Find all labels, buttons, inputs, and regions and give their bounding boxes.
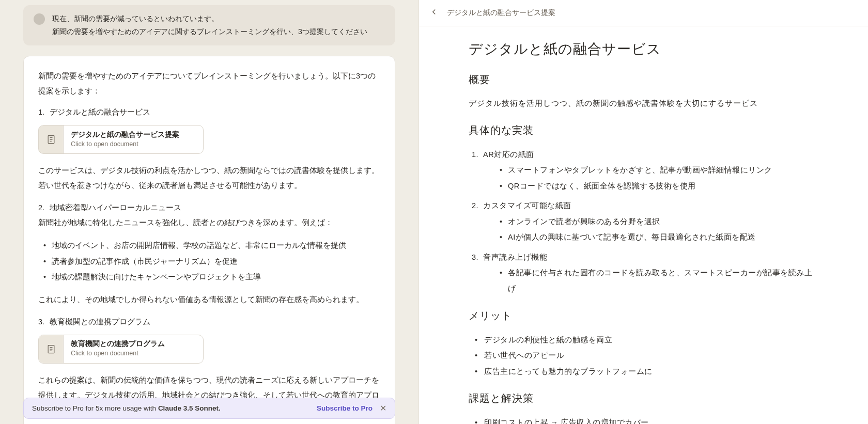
merit-item: 広告主にとっても魅力的なプラットフォームに bbox=[469, 364, 818, 379]
avatar bbox=[34, 13, 45, 25]
impl-title: カスタマイズ可能な紙面 bbox=[483, 201, 571, 210]
merit-item: デジタルの利便性と紙の触感を両立 bbox=[469, 332, 818, 348]
back-button[interactable] bbox=[429, 7, 439, 19]
user-message: 現在、新聞の需要が減っているといわれています。 新聞の需要を増やすためのアイデア… bbox=[23, 5, 395, 45]
bullet: 読者参加型の記事作成（市民ジャーナリズム）を促進 bbox=[38, 254, 380, 269]
proposal-1-title: デジタルと紙の融合サービス bbox=[38, 105, 380, 120]
document-icon bbox=[39, 335, 64, 363]
doc-merit-heading: メリット bbox=[469, 309, 818, 323]
document-header: デジタルと紙の融合サービス提案 bbox=[419, 0, 868, 26]
user-line-2: 新聞の需要を増やすためのアイデアに関するブレインストーミングを行い、3つ提案して… bbox=[52, 27, 367, 36]
artifact-meta: デジタルと紙の融合サービス提案 Click to open document bbox=[64, 126, 187, 153]
assistant-message: 新聞の需要を増やすためのアイデアについてブレインストーミングを行いましょう。以下… bbox=[23, 56, 395, 424]
assistant-intro: 新聞の需要を増やすためのアイデアについてブレインストーミングを行いましょう。以下… bbox=[38, 69, 380, 99]
impl-sublist: 各記事に付与された固有のコードを読み取ると、スマートスピーカーが記事を読み上げ bbox=[483, 265, 818, 296]
doc-impl-heading: 具体的な実装 bbox=[469, 123, 818, 137]
artifact-title: デジタルと紙の融合サービス提案 bbox=[71, 130, 179, 140]
close-icon[interactable]: ✕ bbox=[380, 403, 386, 413]
proposal-3-title: 教育機関との連携プログラム bbox=[38, 315, 380, 329]
impl-sublist: オンラインで読者が興味のある分野を選択 AIが個人の興味に基づいて記事を選び、毎… bbox=[483, 214, 818, 245]
proposal-2-title: 地域密着型ハイパーローカルニュース bbox=[38, 200, 380, 215]
impl-sublist: スマートフォンやタブレットをかざすと、記事が動画や詳細情報にリンク QRコードで… bbox=[483, 162, 818, 194]
artifact-card-2[interactable]: 教育機関との連携プログラム Click to open document bbox=[38, 335, 204, 364]
proposal-2-intro: 新聞社が地域に特化したニュースを強化し、読者との結びつきを深めます。例えば： bbox=[38, 215, 380, 230]
banner-actions: Subscribe to Pro ✕ bbox=[317, 403, 386, 413]
doc-overview-heading: 概要 bbox=[469, 73, 818, 87]
impl-sub: オンラインで読者が興味のある分野を選択 bbox=[483, 214, 818, 229]
banner-lead-text: Subscribe to Pro for 5x more usage with bbox=[32, 404, 158, 412]
doc-issues-heading: 課題と解決策 bbox=[469, 391, 818, 405]
banner-lead-bold: Claude 3.5 Sonnet. bbox=[158, 404, 221, 412]
impl-sub: スマートフォンやタブレットをかざすと、記事が動画や詳細情報にリンク bbox=[483, 162, 818, 178]
banner-lead: Subscribe to Pro for 5x more usage with … bbox=[32, 404, 221, 412]
document-icon bbox=[39, 125, 64, 153]
document-title: デジタルと紙の融合サービス提案 bbox=[447, 8, 555, 18]
impl-sub: QRコードではなく、紙面全体を認識する技術を使用 bbox=[483, 178, 818, 194]
artifact-title: 教育機関との連携プログラム bbox=[71, 339, 165, 349]
impl-item: カスタマイズ可能な紙面 オンラインで読者が興味のある分野を選択 AIが個人の興味… bbox=[469, 198, 818, 245]
artifact-subtitle: Click to open document bbox=[71, 349, 165, 358]
doc-issues-list: 印刷コストの上昇 → 広告収入の増加でカバー プライバシー懸念 → 厳格なデータ… bbox=[469, 415, 818, 424]
pro-banner: Subscribe to Pro for 5x more usage with … bbox=[23, 398, 395, 419]
artifact-subtitle: Click to open document bbox=[71, 140, 179, 149]
issue-item: 印刷コストの上昇 → 広告収入の増加でカバー bbox=[469, 415, 818, 424]
impl-title: AR対応の紙面 bbox=[483, 150, 534, 159]
user-message-text: 現在、新聞の需要が減っているといわれています。 新聞の需要を増やすためのアイデア… bbox=[52, 12, 367, 38]
proposal-2: 地域密着型ハイパーローカルニュース 新聞社が地域に特化したニュースを強化し、読者… bbox=[38, 200, 380, 307]
impl-sub: 各記事に付与された固有のコードを読み取ると、スマートスピーカーが記事を読み上げ bbox=[483, 265, 818, 296]
document-panel: デジタルと紙の融合サービス提案 デジタルと紙の融合サービス 概要 デジタル技術を… bbox=[419, 0, 868, 424]
bullet: 地域のイベント、お店の開閉店情報、学校の話題など、非常にローカルな情報を提供 bbox=[38, 238, 380, 253]
user-line-1: 現在、新聞の需要が減っているといわれています。 bbox=[52, 14, 219, 23]
bullet: 地域の課題解決に向けたキャンペーンやプロジェクトを主導 bbox=[38, 269, 380, 285]
impl-item: AR対応の紙面 スマートフォンやタブレットをかざすと、記事が動画や詳細情報にリン… bbox=[469, 147, 818, 194]
proposals-list: デジタルと紙の融合サービス デジタルと紙の融合サービス提案 Click to o… bbox=[38, 105, 380, 363]
doc-impl-list: AR対応の紙面 スマートフォンやタブレットをかざすと、記事が動画や詳細情報にリン… bbox=[469, 147, 818, 296]
doc-merit-list: デジタルの利便性と紙の触感を両立 若い世代へのアピール 広告主にとっても魅力的な… bbox=[469, 332, 818, 379]
impl-item: 音声読み上げ機能 各記事に付与された固有のコードを読み取ると、スマートスピーカー… bbox=[469, 249, 818, 296]
chat-panel: 現在、新聞の需要が減っているといわれています。 新聞の需要を増やすためのアイデア… bbox=[0, 0, 419, 424]
merit-item: 若い世代へのアピール bbox=[469, 348, 818, 363]
subscribe-button[interactable]: Subscribe to Pro bbox=[317, 404, 373, 412]
proposal-2-bullets: 地域のイベント、お店の開閉店情報、学校の話題など、非常にローカルな情報を提供 読… bbox=[38, 238, 380, 285]
proposal-1: デジタルと紙の融合サービス デジタルと紙の融合サービス提案 Click to o… bbox=[38, 105, 380, 193]
proposal-3: 教育機関との連携プログラム 教育機関との連携プログラム Click to ope… bbox=[38, 315, 380, 364]
proposal-2-outro: これにより、その地域でしか得られない価値ある情報源として新聞の存在感を高められま… bbox=[38, 292, 380, 307]
proposal-1-desc: このサービスは、デジタル技術の利点を活かしつつ、紙の新聞ならではの読書体験を提供… bbox=[38, 163, 380, 193]
artifact-card-1[interactable]: デジタルと紙の融合サービス提案 Click to open document bbox=[38, 125, 204, 154]
doc-h1: デジタルと紙の融合サービス bbox=[469, 40, 818, 58]
doc-overview-text: デジタル技術を活用しつつ、紙の新聞の触感や読書体験を大切にするサービス bbox=[469, 96, 818, 111]
impl-sub: AIが個人の興味に基づいて記事を選び、毎日最適化された紙面を配送 bbox=[483, 229, 818, 245]
document-body[interactable]: デジタルと紙の融合サービス 概要 デジタル技術を活用しつつ、紙の新聞の触感や読書… bbox=[419, 26, 868, 424]
impl-title: 音声読み上げ機能 bbox=[483, 253, 547, 261]
artifact-meta: 教育機関との連携プログラム Click to open document bbox=[64, 335, 172, 362]
